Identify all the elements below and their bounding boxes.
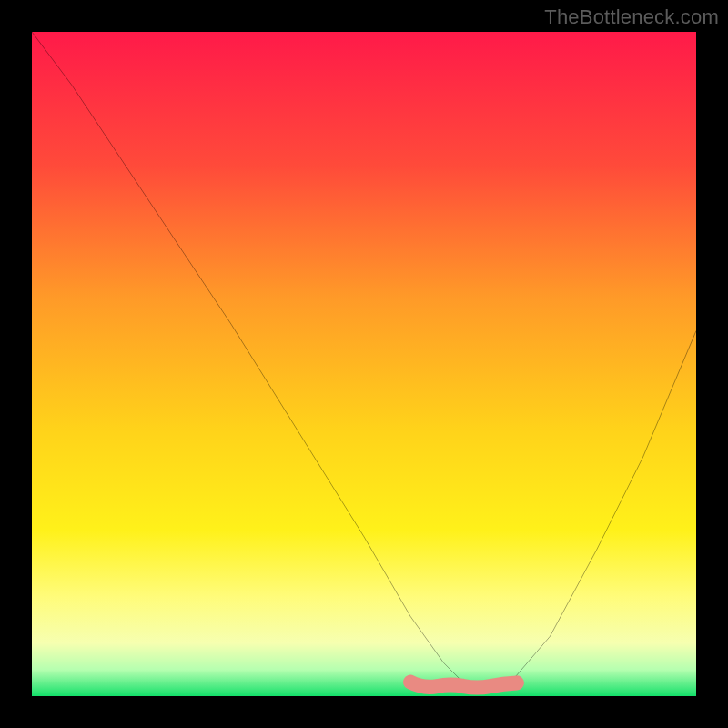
optimal-range-marker [410,682,517,688]
watermark-text: TheBottleneck.com [544,5,719,29]
plot-background [32,32,696,696]
chart-frame: TheBottleneck.com [0,0,728,728]
bottleneck-chart [32,32,696,696]
